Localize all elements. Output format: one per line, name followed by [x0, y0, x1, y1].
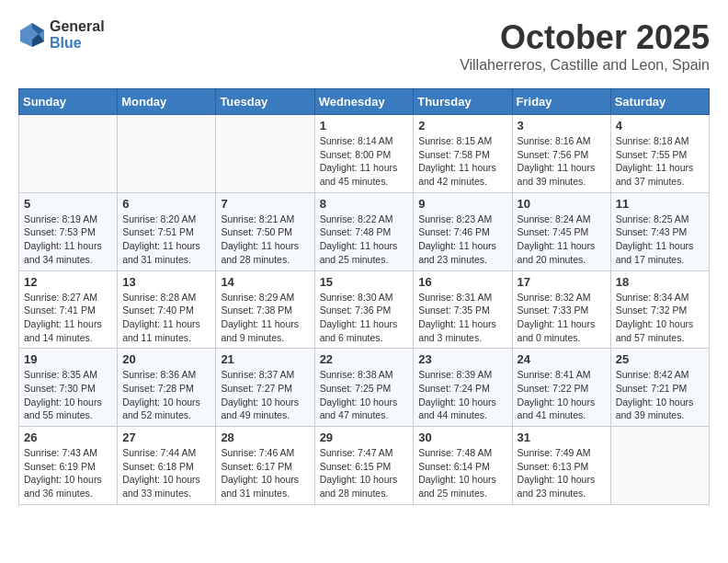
- calendar-cell: 27Sunrise: 7:44 AM Sunset: 6:18 PM Dayli…: [118, 427, 216, 505]
- day-header-saturday: Saturday: [610, 89, 709, 115]
- week-row-5: 26Sunrise: 7:43 AM Sunset: 6:19 PM Dayli…: [19, 427, 710, 505]
- calendar-cell: 21Sunrise: 8:37 AM Sunset: 7:27 PM Dayli…: [216, 349, 314, 427]
- calendar-cell: 12Sunrise: 8:27 AM Sunset: 7:41 PM Dayli…: [19, 270, 118, 349]
- day-number: 7: [221, 197, 309, 211]
- day-number: 13: [122, 275, 210, 289]
- title-block: October 2025 Villaherreros, Castille and…: [460, 18, 710, 74]
- day-info: Sunrise: 8:28 AM Sunset: 7:40 PM Dayligh…: [122, 291, 210, 345]
- day-number: 26: [24, 431, 112, 444]
- day-info: Sunrise: 8:38 AM Sunset: 7:25 PM Dayligh…: [320, 368, 409, 422]
- calendar-cell: 31Sunrise: 7:49 AM Sunset: 6:13 PM Dayli…: [512, 427, 610, 505]
- day-number: 28: [221, 431, 309, 444]
- month-title: October 2025: [460, 18, 710, 57]
- day-number: 19: [24, 352, 112, 366]
- logo: General Blue: [18, 18, 105, 51]
- day-info: Sunrise: 7:48 AM Sunset: 6:14 PM Dayligh…: [418, 446, 506, 500]
- calendar-cell: 23Sunrise: 8:39 AM Sunset: 7:24 PM Dayli…: [414, 349, 512, 427]
- day-number: 9: [418, 197, 506, 211]
- day-header-sunday: Sunday: [19, 89, 118, 115]
- calendar-cell: 5Sunrise: 8:19 AM Sunset: 7:53 PM Daylig…: [19, 192, 118, 270]
- logo-general: General: [50, 18, 105, 35]
- calendar-cell: 28Sunrise: 7:46 AM Sunset: 6:17 PM Dayli…: [216, 427, 314, 505]
- day-info: Sunrise: 8:34 AM Sunset: 7:32 PM Dayligh…: [616, 291, 704, 345]
- day-info: Sunrise: 8:35 AM Sunset: 7:30 PM Dayligh…: [24, 368, 112, 422]
- day-header-wednesday: Wednesday: [314, 89, 414, 115]
- calendar-cell: 19Sunrise: 8:35 AM Sunset: 7:30 PM Dayli…: [19, 349, 118, 427]
- calendar-cell: 15Sunrise: 8:30 AM Sunset: 7:36 PM Dayli…: [314, 270, 414, 349]
- page-header: General Blue October 2025 Villaherreros,…: [18, 18, 710, 74]
- day-number: 31: [518, 431, 606, 444]
- day-info: Sunrise: 8:39 AM Sunset: 7:24 PM Dayligh…: [418, 368, 506, 422]
- calendar-cell: 7Sunrise: 8:21 AM Sunset: 7:50 PM Daylig…: [216, 192, 314, 270]
- day-info: Sunrise: 8:23 AM Sunset: 7:46 PM Dayligh…: [418, 213, 506, 267]
- day-info: Sunrise: 8:41 AM Sunset: 7:22 PM Dayligh…: [518, 368, 606, 422]
- calendar-cell: 8Sunrise: 8:22 AM Sunset: 7:48 PM Daylig…: [314, 192, 414, 270]
- day-info: Sunrise: 8:24 AM Sunset: 7:45 PM Dayligh…: [518, 213, 606, 267]
- week-row-1: 1Sunrise: 8:14 AM Sunset: 8:00 PM Daylig…: [19, 115, 710, 193]
- calendar-cell: 10Sunrise: 8:24 AM Sunset: 7:45 PM Dayli…: [512, 192, 610, 270]
- calendar-cell: [118, 115, 216, 193]
- day-number: 29: [320, 431, 409, 444]
- calendar-cell: 2Sunrise: 8:15 AM Sunset: 7:58 PM Daylig…: [414, 115, 512, 193]
- day-number: 22: [320, 352, 409, 366]
- day-info: Sunrise: 8:31 AM Sunset: 7:35 PM Dayligh…: [418, 291, 506, 345]
- day-number: 30: [418, 431, 506, 444]
- week-row-2: 5Sunrise: 8:19 AM Sunset: 7:53 PM Daylig…: [19, 192, 710, 270]
- day-number: 16: [418, 275, 506, 289]
- day-info: Sunrise: 8:16 AM Sunset: 7:56 PM Dayligh…: [518, 134, 606, 189]
- calendar-cell: 14Sunrise: 8:29 AM Sunset: 7:38 PM Dayli…: [216, 270, 314, 349]
- day-info: Sunrise: 7:44 AM Sunset: 6:18 PM Dayligh…: [122, 446, 210, 500]
- calendar-cell: 9Sunrise: 8:23 AM Sunset: 7:46 PM Daylig…: [414, 192, 512, 270]
- calendar-cell: 25Sunrise: 8:42 AM Sunset: 7:21 PM Dayli…: [610, 349, 709, 427]
- calendar-header-row: SundayMondayTuesdayWednesdayThursdayFrid…: [19, 89, 710, 115]
- day-header-friday: Friday: [512, 89, 610, 115]
- day-info: Sunrise: 7:49 AM Sunset: 6:13 PM Dayligh…: [518, 446, 606, 500]
- day-info: Sunrise: 7:46 AM Sunset: 6:17 PM Dayligh…: [221, 446, 309, 500]
- day-number: 12: [24, 275, 112, 289]
- day-info: Sunrise: 8:22 AM Sunset: 7:48 PM Dayligh…: [320, 213, 409, 267]
- logo-text: General Blue: [50, 18, 105, 51]
- day-number: 20: [122, 352, 210, 366]
- calendar-cell: [19, 115, 118, 193]
- calendar-cell: 11Sunrise: 8:25 AM Sunset: 7:43 PM Dayli…: [610, 192, 709, 270]
- day-info: Sunrise: 8:14 AM Sunset: 8:00 PM Dayligh…: [320, 134, 409, 189]
- day-number: 10: [518, 197, 606, 211]
- calendar-cell: 1Sunrise: 8:14 AM Sunset: 8:00 PM Daylig…: [314, 115, 414, 193]
- day-info: Sunrise: 7:43 AM Sunset: 6:19 PM Dayligh…: [24, 446, 112, 500]
- logo-blue: Blue: [50, 35, 105, 52]
- calendar-table: SundayMondayTuesdayWednesdayThursdayFrid…: [18, 88, 710, 505]
- day-number: 27: [122, 431, 210, 444]
- day-info: Sunrise: 8:30 AM Sunset: 7:36 PM Dayligh…: [320, 291, 409, 345]
- calendar-cell: 26Sunrise: 7:43 AM Sunset: 6:19 PM Dayli…: [19, 427, 118, 505]
- day-number: 1: [320, 119, 409, 132]
- day-info: Sunrise: 8:25 AM Sunset: 7:43 PM Dayligh…: [616, 213, 704, 267]
- day-info: Sunrise: 8:36 AM Sunset: 7:28 PM Dayligh…: [122, 368, 210, 422]
- day-number: 6: [122, 197, 210, 211]
- calendar-cell: 24Sunrise: 8:41 AM Sunset: 7:22 PM Dayli…: [512, 349, 610, 427]
- day-number: 21: [221, 352, 309, 366]
- day-info: Sunrise: 8:27 AM Sunset: 7:41 PM Dayligh…: [24, 291, 112, 345]
- day-number: 24: [518, 352, 606, 366]
- day-number: 4: [616, 119, 704, 132]
- calendar-cell: 16Sunrise: 8:31 AM Sunset: 7:35 PM Dayli…: [414, 270, 512, 349]
- calendar-cell: 22Sunrise: 8:38 AM Sunset: 7:25 PM Dayli…: [314, 349, 414, 427]
- day-number: 14: [221, 275, 309, 289]
- calendar-cell: 3Sunrise: 8:16 AM Sunset: 7:56 PM Daylig…: [512, 115, 610, 193]
- day-info: Sunrise: 8:32 AM Sunset: 7:33 PM Dayligh…: [518, 291, 606, 345]
- day-number: 11: [616, 197, 704, 211]
- calendar-cell: 20Sunrise: 8:36 AM Sunset: 7:28 PM Dayli…: [118, 349, 216, 427]
- calendar-cell: 13Sunrise: 8:28 AM Sunset: 7:40 PM Dayli…: [118, 270, 216, 349]
- calendar-cell: 6Sunrise: 8:20 AM Sunset: 7:51 PM Daylig…: [118, 192, 216, 270]
- calendar-cell: 29Sunrise: 7:47 AM Sunset: 6:15 PM Dayli…: [314, 427, 414, 505]
- day-header-tuesday: Tuesday: [216, 89, 314, 115]
- day-info: Sunrise: 7:47 AM Sunset: 6:15 PM Dayligh…: [320, 446, 409, 500]
- day-info: Sunrise: 8:37 AM Sunset: 7:27 PM Dayligh…: [221, 368, 309, 422]
- week-row-3: 12Sunrise: 8:27 AM Sunset: 7:41 PM Dayli…: [19, 270, 710, 349]
- day-info: Sunrise: 8:29 AM Sunset: 7:38 PM Dayligh…: [221, 291, 309, 345]
- day-info: Sunrise: 8:15 AM Sunset: 7:58 PM Dayligh…: [418, 134, 506, 189]
- day-number: 17: [518, 275, 606, 289]
- calendar-cell: 4Sunrise: 8:18 AM Sunset: 7:55 PM Daylig…: [610, 115, 709, 193]
- calendar-cell: 18Sunrise: 8:34 AM Sunset: 7:32 PM Dayli…: [610, 270, 709, 349]
- day-info: Sunrise: 8:18 AM Sunset: 7:55 PM Dayligh…: [616, 134, 704, 189]
- day-info: Sunrise: 8:21 AM Sunset: 7:50 PM Dayligh…: [221, 213, 309, 267]
